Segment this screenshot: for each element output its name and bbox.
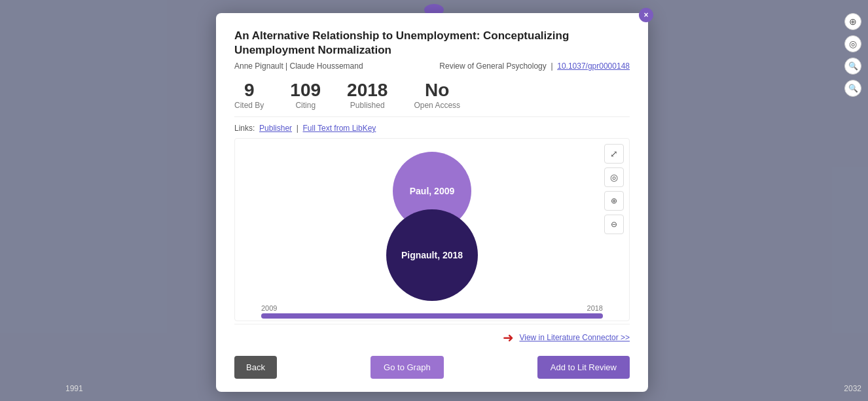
modal-footer: Back Go to Graph Add to Lit Review (234, 356, 630, 379)
cited-by-label: Cited By (234, 101, 264, 110)
zoom-in-bg-icon[interactable]: 🔍 (844, 58, 861, 75)
bg-year-left: 1991 (65, 384, 83, 393)
add-to-lit-review-button[interactable]: Add to Lit Review (537, 356, 630, 379)
stat-cited-by: 9 Cited By (234, 80, 264, 110)
citing-label: Citing (290, 101, 321, 110)
timeline: 2009 2018 (235, 304, 629, 321)
article-modal: × An Alternative Relationship to Unemplo… (216, 13, 648, 392)
stat-published: 2018 Published (347, 80, 388, 110)
lit-connector-row: ➜ View in Literature Connector >> (234, 324, 630, 351)
cited-by-value: 9 (234, 80, 264, 101)
arrow-right-icon: ➜ (503, 330, 514, 345)
publisher-link[interactable]: Publisher (259, 124, 292, 133)
crosshair-icon[interactable]: ⊕ (844, 13, 861, 30)
paul-node-label: Paul, 2009 (410, 186, 455, 196)
pignault-node[interactable]: Pignault, 2018 (386, 209, 478, 301)
right-toolbar: ⊕ ◎ 🔍 🔍 (844, 13, 861, 97)
bg-year-right: 2032 (844, 384, 861, 393)
timeline-bar-bg (261, 313, 603, 319)
stat-citing: 109 Citing (290, 80, 321, 110)
stats-row: 9 Cited By 109 Citing 2018 Published No … (234, 80, 630, 117)
stat-open-access: No Open Access (414, 80, 460, 110)
published-label: Published (347, 101, 388, 110)
location-icon[interactable]: ◎ (844, 35, 861, 52)
open-access-value: No (414, 80, 460, 101)
links-prefix: Links: (234, 124, 255, 133)
timeline-start-label: 2009 (261, 304, 277, 312)
published-value: 2018 (347, 80, 388, 101)
citing-value: 109 (290, 80, 321, 101)
expand-icon[interactable]: ⤢ (604, 144, 624, 164)
graph-controls: ⤢ ◎ ⊕ ⊖ (604, 144, 624, 234)
zoom-out-bg-icon[interactable]: 🔍 (844, 80, 861, 97)
timeline-bar-fill (261, 313, 603, 319)
target-icon[interactable]: ◎ (604, 167, 624, 187)
zoom-out-graph-icon[interactable]: ⊖ (604, 215, 624, 234)
authors-row: Anne Pignault | Claude Houssemand Review… (234, 61, 630, 71)
doi-link[interactable]: 10.1037/gpr0000148 (557, 61, 630, 71)
close-button[interactable]: × (639, 8, 653, 22)
journal-info: Review of General Psychology | 10.1037/g… (439, 61, 630, 71)
authors: Anne Pignault | Claude Houssemand (234, 61, 363, 71)
zoom-in-graph-icon[interactable]: ⊕ (604, 191, 624, 211)
fulltext-link[interactable]: Full Text from LibKey (303, 124, 376, 133)
mini-graph: ⤢ ◎ ⊕ ⊖ Paul, 2009 Pignault, 2018 2009 2… (234, 138, 630, 321)
article-title: An Alternative Relationship to Unemploym… (234, 29, 614, 58)
timeline-end-label: 2018 (587, 304, 603, 312)
journal-name: Review of General Psychology (439, 61, 546, 71)
back-button[interactable]: Back (234, 356, 277, 379)
go-to-graph-button[interactable]: Go to Graph (371, 356, 444, 379)
links-row: Links: Publisher | Full Text from LibKey (234, 124, 630, 133)
lit-connector-link[interactable]: View in Literature Connector >> (519, 333, 630, 342)
pignault-node-label: Pignault, 2018 (401, 250, 463, 260)
timeline-labels: 2009 2018 (235, 304, 629, 312)
open-access-label: Open Access (414, 101, 460, 110)
